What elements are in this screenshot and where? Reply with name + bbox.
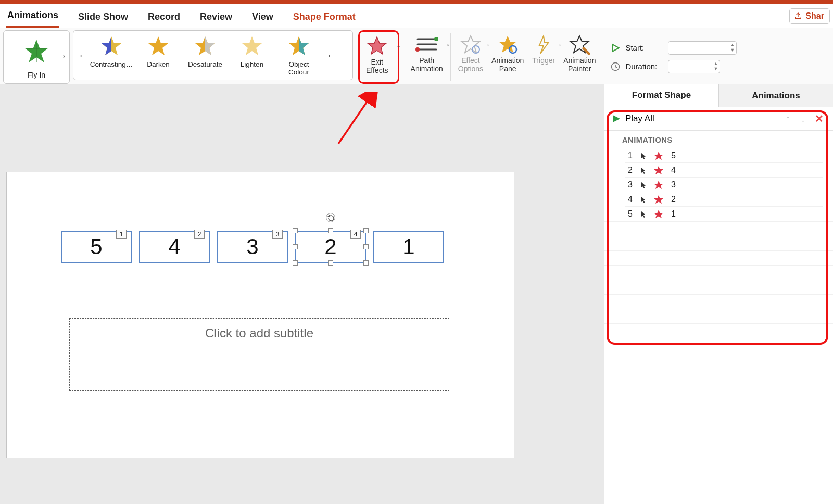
svg-marker-26 <box>613 115 620 122</box>
title-bar <box>0 0 833 4</box>
path-animation-button[interactable]: Path Animation ⌄ <box>407 30 447 84</box>
duration-spinner[interactable]: ▲▼ <box>668 60 720 73</box>
animation-order-tag[interactable]: 2 <box>194 230 205 239</box>
animation-list-item[interactable]: 1 5 <box>625 148 823 163</box>
resize-handle[interactable] <box>328 260 333 266</box>
emphasis-darken[interactable]: Darken <box>137 32 180 78</box>
resize-handle[interactable] <box>293 228 298 233</box>
pane-tab-format-shape[interactable]: Format Shape <box>604 84 718 107</box>
shape-text: 4 <box>168 234 180 259</box>
onclick-icon <box>640 152 646 160</box>
entrance-gallery[interactable]: Fly In › <box>3 30 70 84</box>
rotate-handle[interactable] <box>326 213 335 222</box>
shape-text: 5 <box>90 234 102 259</box>
slide-canvas[interactable]: 5 1 4 2 3 3 2 4 1 5 Click to add subtitl… <box>6 172 514 458</box>
animation-painter-label: Animation Painter <box>563 56 596 73</box>
subtitle-placeholder[interactable]: Click to add subtitle <box>69 318 449 391</box>
resize-handle[interactable] <box>293 244 298 249</box>
shape-box-1[interactable]: 1 <box>373 231 444 263</box>
pane-tabs: Format Shape Animations <box>604 84 833 107</box>
animation-list-item[interactable]: 4 2 <box>625 192 823 207</box>
animation-order-tag[interactable]: 1 <box>116 230 127 239</box>
animation-list-item[interactable]: 2 4 <box>625 163 823 178</box>
animation-pane-label: Animation Pane <box>491 56 524 73</box>
svg-marker-29 <box>654 181 663 189</box>
item-target: 5 <box>671 151 676 160</box>
tab-record[interactable]: Record <box>147 8 181 28</box>
resize-handle[interactable] <box>363 244 369 249</box>
svg-marker-27 <box>654 152 663 160</box>
resize-handle[interactable] <box>363 260 369 266</box>
annotation-arrow <box>333 92 390 149</box>
share-icon <box>794 12 802 20</box>
resize-handle[interactable] <box>363 228 369 233</box>
emphasis-desaturate[interactable]: Desaturate <box>184 32 226 78</box>
flyin-star-icon <box>22 37 51 66</box>
item-label: Desaturate <box>188 60 222 68</box>
item-label: Object Colour <box>277 60 320 76</box>
play-all-button[interactable]: Play All <box>625 114 654 124</box>
share-label: Shar <box>805 11 824 21</box>
play-row: Play All ↑ ↓ ✕ <box>604 107 833 131</box>
share-button[interactable]: Shar <box>789 8 830 24</box>
exit-effects-button[interactable]: Exit Effects ⌄ <box>358 30 399 84</box>
animations-list: 1 5 2 4 3 3 4 2 5 1 <box>604 148 833 221</box>
timing-group: Start: ▲▼ Duration: ▲▼ <box>607 30 741 84</box>
item-target: 1 <box>671 209 676 219</box>
start-dropdown[interactable]: ▲▼ <box>668 41 737 55</box>
svg-point-15 <box>434 37 438 41</box>
chevron-right-icon[interactable]: › <box>63 53 65 60</box>
emphasis-gallery[interactable]: ‹ Contrasting… Darken Desaturate Lighten… <box>73 30 353 80</box>
animation-painter-button[interactable]: Animation Painter <box>559 30 600 84</box>
svg-marker-28 <box>654 166 663 174</box>
item-label: Contrasting… <box>90 60 133 68</box>
emphasis-object-colour[interactable]: Object Colour <box>277 32 320 78</box>
animation-list-item[interactable]: 5 1 <box>625 207 823 221</box>
resize-handle[interactable] <box>293 260 298 266</box>
animation-list-item[interactable]: 3 3 <box>625 178 823 192</box>
chevron-down-icon[interactable]: ⌄ <box>446 41 450 47</box>
svg-point-16 <box>415 47 420 52</box>
resize-handle[interactable] <box>328 228 333 233</box>
emphasis-contrasting[interactable]: Contrasting… <box>90 32 133 78</box>
svg-marker-30 <box>654 195 663 204</box>
item-number: 4 <box>625 195 633 204</box>
animation-pane-button[interactable]: Animation Pane <box>487 30 528 84</box>
animation-order-tag[interactable]: 3 <box>272 230 283 239</box>
tab-review[interactable]: Review <box>199 8 233 28</box>
shape-text: 1 <box>402 234 414 259</box>
remove-animation-button[interactable]: ✕ <box>813 112 826 125</box>
flyin-label: Fly In <box>28 71 45 83</box>
trigger-button: Trigger ⌄ <box>528 30 559 84</box>
emphasis-lighten[interactable]: Lighten <box>231 32 273 78</box>
play-icon <box>612 114 621 123</box>
tab-slideshow[interactable]: Slide Show <box>77 8 129 28</box>
exit-effects-label: Exit Effects <box>366 58 388 74</box>
move-up-button[interactable]: ↑ <box>782 114 793 124</box>
exit-star-icon <box>653 180 664 190</box>
separator <box>603 33 603 81</box>
item-number: 3 <box>625 180 633 190</box>
svg-marker-17 <box>462 36 479 53</box>
side-pane: Format Shape Animations Play All ↑ ↓ ✕ A… <box>604 84 833 504</box>
move-down-button[interactable]: ↓ <box>798 114 809 124</box>
trigger-label: Trigger <box>532 56 555 65</box>
svg-marker-24 <box>327 215 330 217</box>
item-target: 4 <box>671 166 676 175</box>
pane-tab-animations[interactable]: Animations <box>718 84 833 107</box>
onclick-icon <box>640 166 646 174</box>
star-icon <box>100 35 123 58</box>
shape-text: 3 <box>246 234 258 259</box>
tab-view[interactable]: View <box>251 8 274 28</box>
chevron-down-icon[interactable]: ⌄ <box>396 42 401 49</box>
star-icon <box>147 35 170 58</box>
star-icon <box>241 35 263 58</box>
gallery-prev[interactable]: ‹ <box>77 37 86 73</box>
animation-order-tag[interactable]: 4 <box>350 230 361 239</box>
separator <box>450 33 451 81</box>
tab-shape-format[interactable]: Shape Format <box>292 8 357 28</box>
trigger-icon <box>534 34 553 55</box>
tab-animations[interactable]: Animations <box>6 7 59 28</box>
gallery-next[interactable]: › <box>324 37 334 73</box>
item-number: 1 <box>625 151 633 160</box>
